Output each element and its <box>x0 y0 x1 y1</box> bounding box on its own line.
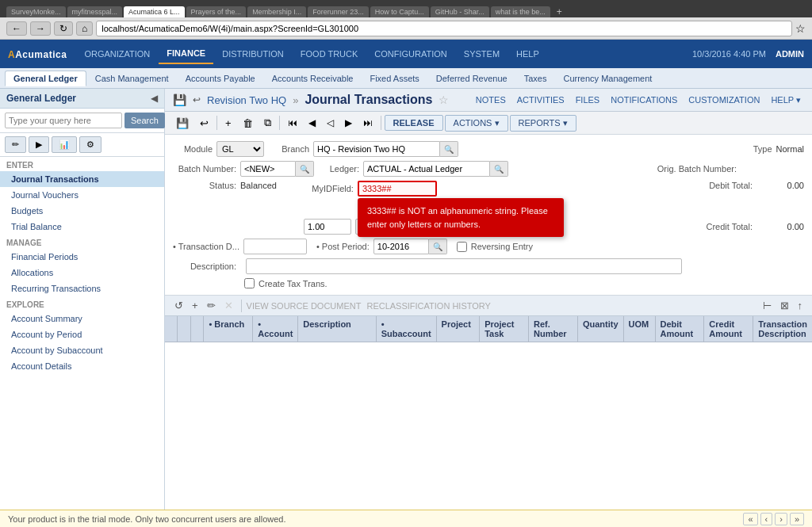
grid-split-btn[interactable]: ⊢ <box>760 298 775 313</box>
activities-btn[interactable]: ACTIVITIES <box>514 94 568 107</box>
page-last-btn[interactable]: » <box>790 513 804 525</box>
first-btn[interactable]: ⏮ <box>283 115 302 131</box>
reclassification-label[interactable]: RECLASSIFICATION HISTORY <box>366 301 490 311</box>
page-prev-btn[interactable]: ‹ <box>760 513 773 525</box>
tran-date-input[interactable] <box>243 239 307 254</box>
grid-refresh-btn[interactable]: ↺ <box>171 298 186 313</box>
delete-btn[interactable]: 🗑 <box>238 115 258 132</box>
discard-btn[interactable]: ↩ <box>195 115 213 132</box>
sidebar-item-financial-periods[interactable]: Financial Periods <box>0 249 164 265</box>
release-btn[interactable]: RELEASE <box>385 115 443 131</box>
sidebar-collapse-btn[interactable]: ◀ <box>151 93 158 104</box>
reports-btn[interactable]: REPORTS ▾ <box>510 115 576 132</box>
browser-tab[interactable]: SurveyMonke... <box>6 6 66 17</box>
subnav-deferred-revenue[interactable]: Deferred Revenue <box>428 71 515 86</box>
subnav-general-ledger[interactable]: General Ledger <box>5 71 86 86</box>
reversing-entry-checkbox[interactable] <box>457 242 467 252</box>
last-btn[interactable]: ⏭ <box>358 115 377 131</box>
bookmark-btn[interactable]: ☆ <box>795 22 806 35</box>
browser-tab[interactable]: myfitnesspal... <box>67 6 123 17</box>
subnav-accounts-payable[interactable]: Accounts Payable <box>178 71 263 86</box>
sidebar-item-budgets[interactable]: Budgets <box>0 203 164 219</box>
nav-food-truck[interactable]: FOOD TRUCK <box>293 44 366 63</box>
grid-edit-btn[interactable]: ✏ <box>204 298 219 313</box>
nav-organization[interactable]: ORGANIZATION <box>76 44 158 63</box>
browser-tab[interactable]: GitHub - Shar... <box>431 6 489 17</box>
grid-col-header-tran-desc[interactable]: Transaction Description <box>753 316 812 342</box>
forward-btn[interactable]: → <box>30 21 51 36</box>
new-tab-btn[interactable]: + <box>552 6 567 17</box>
customization-btn[interactable]: CUSTOMIZATION <box>685 94 763 107</box>
grid-delete-btn[interactable]: ✕ <box>221 298 236 313</box>
grid-col-header-desc[interactable]: Description <box>298 316 376 342</box>
files-btn[interactable]: FILES <box>573 94 603 107</box>
subnav-cash-management[interactable]: Cash Management <box>87 71 177 86</box>
create-tax-checkbox[interactable] <box>244 278 255 288</box>
grid-collapse-btn[interactable]: ⊠ <box>777 298 792 313</box>
grid-col-header-sub[interactable]: • Subaccount <box>377 316 437 342</box>
ledger-input[interactable] <box>363 161 490 177</box>
sidebar-item-journal-vouchers[interactable]: Journal Vouchers <box>0 187 164 203</box>
sidebar-item-recurring-transactions[interactable]: Recurring Transactions <box>0 281 164 296</box>
page-first-btn[interactable]: « <box>743 513 757 525</box>
control-total-input[interactable] <box>304 219 351 235</box>
sidebar-chart-btn[interactable]: 📊 <box>52 136 77 153</box>
browser-tab[interactable]: How to Captu... <box>370 6 429 17</box>
sidebar-search-btn[interactable]: Search <box>124 113 165 128</box>
post-period-search-btn[interactable]: 🔍 <box>429 239 447 254</box>
sidebar-item-journal-transactions[interactable]: Journal Transactions <box>0 171 164 187</box>
post-period-input[interactable] <box>373 239 429 254</box>
browser-tab-active[interactable]: Acumatica 6 L... <box>124 6 185 17</box>
actions-btn[interactable]: ACTIONS ▾ <box>445 115 508 132</box>
sidebar-search-input[interactable] <box>5 113 122 128</box>
save-btn[interactable]: 💾 <box>171 115 193 132</box>
grid-col-header-ref[interactable]: Ref. Number <box>529 316 578 342</box>
notifications-btn[interactable]: NOTIFICATIONS <box>607 94 680 107</box>
help-btn[interactable]: HELP ▾ <box>768 94 804 107</box>
notes-btn[interactable]: NOTES <box>473 94 509 107</box>
subnav-fixed-assets[interactable]: Fixed Assets <box>362 71 427 86</box>
nav-system[interactable]: SYSTEM <box>456 44 508 63</box>
module-select[interactable]: GL <box>216 141 264 157</box>
subnav-currency-management[interactable]: Currency Management <box>555 71 660 86</box>
browser-tab[interactable]: Membership I... <box>247 6 306 17</box>
page-next-btn[interactable]: › <box>775 513 787 525</box>
sidebar-item-account-summary[interactable]: Account Summary <box>0 311 164 327</box>
refresh-btn[interactable]: ↻ <box>54 21 73 36</box>
favorite-star-icon[interactable]: ☆ <box>439 94 449 106</box>
batch-input[interactable] <box>240 161 296 177</box>
home-btn[interactable]: ⌂ <box>76 21 93 36</box>
grid-col-header-debit[interactable]: Debit Amount <box>656 316 705 342</box>
grid-col-header-task[interactable]: Project Task <box>480 316 529 342</box>
grid-col-header-credit[interactable]: Credit Amount <box>704 316 753 342</box>
sidebar-settings-btn[interactable]: ⚙ <box>79 136 102 153</box>
nav-finance[interactable]: FINANCE <box>159 44 213 64</box>
branch-search-btn[interactable]: 🔍 <box>440 141 458 157</box>
batch-search-btn[interactable]: 🔍 <box>296 161 314 177</box>
sidebar-item-account-by-subaccount[interactable]: Account by Subaccount <box>0 342 164 358</box>
sidebar-play-btn[interactable]: ▶ <box>29 136 49 153</box>
breadcrumb-parent[interactable]: Revision Two HQ <box>207 94 286 106</box>
description-input[interactable] <box>246 258 682 274</box>
browser-tab[interactable]: Forerunner 23... <box>308 6 369 17</box>
subnav-taxes[interactable]: Taxes <box>516 71 555 86</box>
sidebar-item-account-details[interactable]: Account Details <box>0 358 164 374</box>
grid-add-btn[interactable]: + <box>189 298 201 313</box>
grid-col-header-qty[interactable]: Quantity <box>578 316 624 342</box>
prev-btn[interactable]: ◀ <box>304 115 320 131</box>
browser-url-bar[interactable] <box>96 21 792 36</box>
branch-input[interactable] <box>313 141 440 157</box>
browser-tab[interactable]: Prayers of the... <box>186 6 247 17</box>
sidebar-item-account-by-period[interactable]: Account by Period <box>0 327 164 342</box>
grid-col-header-uom[interactable]: UOM <box>624 316 656 342</box>
sidebar-item-allocations[interactable]: Allocations <box>0 265 164 281</box>
copy-btn[interactable]: ⧉ <box>259 114 276 132</box>
nav-distribution[interactable]: DISTRIBUTION <box>214 44 292 63</box>
sidebar-item-trial-balance[interactable]: Trial Balance <box>0 219 164 235</box>
grid-col-header-proj[interactable]: Project <box>437 316 481 342</box>
grid-col-header-account[interactable]: • Account <box>253 316 298 342</box>
nav-configuration[interactable]: CONFIGURATION <box>366 44 454 63</box>
sidebar-edit-btn[interactable]: ✏ <box>5 136 26 153</box>
grid-export-btn[interactable]: ↑ <box>795 298 806 313</box>
myid-input[interactable] <box>358 181 437 197</box>
